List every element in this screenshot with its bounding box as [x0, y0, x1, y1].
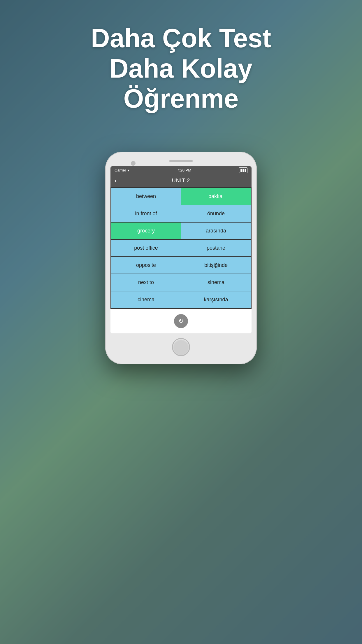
word-cell-bitisiginde[interactable]: bitişiğinde	[181, 257, 251, 274]
headline-line2: Daha Kolay	[91, 54, 271, 84]
refresh-icon: ↻	[178, 317, 184, 325]
word-cell-opposite[interactable]: opposite	[111, 257, 181, 274]
word-cell-sinema[interactable]: sinema	[181, 274, 251, 291]
phone-speaker	[169, 160, 193, 162]
status-carrier: Carrier ▾	[115, 168, 129, 172]
phone-frame: Carrier ▾ 7:20 PM ▮▮▮ ‹ UNIT 2 between b…	[105, 152, 257, 364]
phone-camera	[131, 161, 136, 166]
word-cell-between[interactable]: between	[111, 188, 181, 205]
word-grid: between bakkal in front of önünde grocer…	[110, 187, 252, 309]
refresh-button[interactable]: ↻	[174, 314, 188, 328]
carrier-label: Carrier	[115, 168, 126, 172]
word-cell-onunde[interactable]: önünde	[181, 205, 251, 222]
word-cell-post-office[interactable]: post office	[111, 239, 181, 257]
word-cell-next-to[interactable]: next to	[111, 274, 181, 291]
headline-line1: Daha Çok Test	[91, 23, 271, 54]
phone-top-area	[110, 157, 252, 166]
word-cell-karsisinda[interactable]: karşısında	[181, 291, 251, 308]
word-cell-postane[interactable]: postane	[181, 239, 251, 257]
status-bar: Carrier ▾ 7:20 PM ▮▮▮	[110, 166, 252, 174]
nav-title: UNIT 2	[172, 178, 190, 184]
word-cell-in-front-of[interactable]: in front of	[111, 205, 181, 222]
home-button[interactable]	[172, 338, 190, 356]
phone-mockup: Carrier ▾ 7:20 PM ▮▮▮ ‹ UNIT 2 between b…	[105, 152, 257, 364]
wifi-icon: ▾	[128, 168, 129, 172]
phone-screen: Carrier ▾ 7:20 PM ▮▮▮ ‹ UNIT 2 between b…	[110, 166, 252, 333]
word-cell-grocery[interactable]: grocery	[111, 222, 181, 239]
phone-bottom-area	[110, 333, 252, 359]
word-cell-cinema[interactable]: cinema	[111, 291, 181, 308]
app-headline: Daha Çok Test Daha Kolay Öğrenme	[73, 23, 289, 114]
status-battery: ▮▮▮	[239, 167, 247, 173]
nav-bar: ‹ UNIT 2	[110, 174, 252, 187]
nav-back-button[interactable]: ‹	[115, 177, 117, 185]
status-time: 7:20 PM	[177, 168, 191, 172]
word-cell-bakkal[interactable]: bakkal	[181, 188, 251, 205]
word-cell-arasinda[interactable]: arasında	[181, 222, 251, 239]
headline-line3: Öğrenme	[91, 84, 271, 114]
screen-bottom: ↻	[110, 309, 252, 333]
